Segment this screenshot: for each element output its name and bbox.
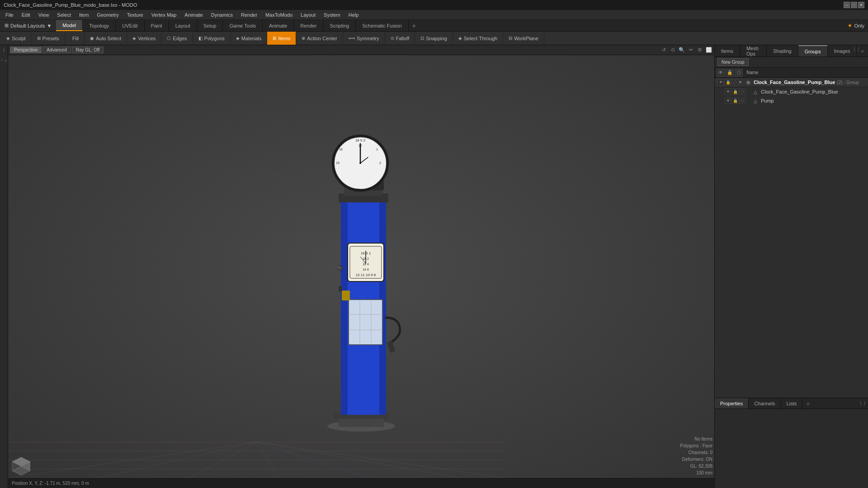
tree-item-child1[interactable]: 👁 🔒 ⬡ △ Clock_Face_Gasoline_Pump_Blue (715, 87, 868, 96)
viewport-status: No Items Polygons : Face Channels: 0 Def… (10, 436, 712, 476)
menu-item-maxtomodo[interactable]: MaxToModo (262, 11, 296, 19)
menu-item-dynamics[interactable]: Dynamics (208, 11, 236, 19)
layout-selector[interactable]: ⊞ Default Layouts ▼ (0, 20, 56, 31)
mode-tab-game-tools[interactable]: Game Tools (223, 20, 263, 31)
vis-eye-root[interactable]: 👁 (717, 79, 724, 85)
advanced-button[interactable]: Advanced (42, 47, 71, 53)
tool-tab-auto-select[interactable]: ◉Auto Select (85, 32, 127, 45)
menu-item-vertex-map[interactable]: Vertex Map (148, 11, 180, 19)
menu-item-edit[interactable]: Edit (18, 11, 34, 19)
menu-item-texture[interactable]: Texture (123, 11, 147, 19)
menu-item-select[interactable]: Select (53, 11, 75, 19)
tool-tab-sculpt[interactable]: ◈Sculpt (1, 32, 32, 45)
vis-render-root[interactable]: ⬡ (732, 79, 738, 85)
vis-render-child2[interactable]: ⬡ (739, 98, 745, 104)
tree-item-root[interactable]: 👁 🔒 ⬡ ▼ ⊞ Clock_Face_Gasoline_Pump_Blue … (715, 78, 868, 87)
bottom-expand-left[interactable]: ⟨ (860, 400, 862, 406)
right-tabs-list: ItemsMesh OpsShadingGroupsImages (715, 45, 857, 56)
vp-icon-expand[interactable]: ⬜ (705, 47, 712, 54)
tool-tab-polygons[interactable]: ◧Polygons (193, 32, 231, 45)
bottom-tabs-list: PropertiesChannelsLists (715, 398, 802, 408)
vis-eye-child1[interactable]: 👁 (725, 89, 731, 95)
items-label: Items (278, 36, 290, 41)
mode-tab-layout[interactable]: Layout (169, 20, 197, 31)
tool-tab-select-through[interactable]: ◈Select Through (453, 32, 503, 45)
bottom-expand-right[interactable]: ⟩ (863, 400, 865, 406)
right-tab-groups[interactable]: Groups (798, 45, 828, 56)
tree-expand-root[interactable]: ▼ (738, 80, 745, 84)
mode-tab-uvedit[interactable]: UVEdit (116, 20, 144, 31)
tool-tab-workplane[interactable]: ⊟WorkPlane (503, 32, 544, 45)
vis-eye-child2[interactable]: 👁 (725, 98, 731, 104)
menu-item-layout[interactable]: Layout (297, 11, 319, 19)
viewport-container: Perspective Advanced Ray GL: Off ↺ ⊙ 🔍 ✏… (8, 45, 714, 488)
tool-tab-symmetry[interactable]: ⟺Symmetry (343, 32, 385, 45)
bottom-panel-add-tab[interactable]: + (802, 398, 813, 408)
menu-item-file[interactable]: File (2, 11, 17, 19)
menu-item-system[interactable]: System (320, 11, 344, 19)
mode-tab-schematic-fusion[interactable]: Schematic Fusion (356, 20, 408, 31)
raygl-button[interactable]: Ray GL: Off (72, 47, 104, 53)
tool-tab-falloff[interactable]: ⊙Falloff (385, 32, 415, 45)
render-icon[interactable]: ⬡ (735, 69, 743, 77)
sidebar-icon-1[interactable]: ⟩ (1, 47, 7, 53)
vp-icon-refresh[interactable]: ↺ (660, 47, 667, 54)
right-tab-shading[interactable]: Shading (767, 45, 798, 56)
menu-item-help[interactable]: Help (345, 11, 363, 19)
tool-tab-snapping[interactable]: ⊡Snapping (415, 32, 453, 45)
layout-selector-arrow: ▼ (47, 23, 52, 28)
tool-tab-vertices[interactable]: ◈Vertices (127, 32, 161, 45)
menu-item-render[interactable]: Render (237, 11, 261, 19)
mode-tab-paint[interactable]: Paint (145, 20, 169, 31)
mode-tab-topology[interactable]: Topology (83, 20, 116, 31)
titlebar: Clock_Face_Gasoline_Pump_Blue_modo_base.… (0, 0, 868, 10)
auto select-label: Auto Select (96, 36, 121, 41)
lock-icon[interactable]: 🔒 (726, 69, 734, 77)
sidebar-icon-2[interactable]: Sculpt (1, 58, 7, 64)
mode-tab-model[interactable]: Model (56, 20, 83, 31)
tool-tab-presets[interactable]: ⊞Presets (32, 32, 65, 45)
tool-tab-action-center[interactable]: ⊕Action Center (296, 32, 343, 45)
mode-tab-render[interactable]: Render (294, 20, 323, 31)
tree-item-child2[interactable]: 👁 🔒 ⬡ △ Pump (715, 96, 868, 105)
bottom-tab-channels[interactable]: Channels (749, 398, 781, 408)
menu-item-view[interactable]: View (35, 11, 53, 19)
perspective-button[interactable]: Perspective (10, 47, 42, 53)
vp-icon-target[interactable]: ⊙ (669, 47, 676, 54)
vis-lock-root[interactable]: 🔒 (725, 79, 731, 85)
mesh-icon-child1: △ (752, 88, 759, 95)
eye-icon[interactable]: 👁 (717, 69, 725, 77)
vis-lock-child2[interactable]: 🔒 (732, 98, 738, 104)
close-button[interactable]: ✕ (858, 2, 864, 8)
mode-tab-setup[interactable]: Setup (197, 20, 223, 31)
tool-tab-fill[interactable]: Fill (65, 32, 85, 45)
menu-item-geometry[interactable]: Geometry (93, 11, 122, 19)
menu-item-item[interactable]: Item (75, 11, 92, 19)
new-group-button[interactable]: New Group (717, 58, 749, 66)
right-tab-items[interactable]: Items (715, 45, 740, 56)
mode-tab-scripting[interactable]: Scripting (323, 20, 356, 31)
workplane-label: WorkPlane (514, 36, 538, 41)
bottom-tab-lists[interactable]: Lists (781, 398, 803, 408)
tool-tab-edges[interactable]: ⬡Edges (161, 32, 193, 45)
vis-render-child1[interactable]: ⬡ (739, 89, 745, 95)
expand-icon-right[interactable]: ⟩ (857, 47, 859, 52)
bottom-tab-properties[interactable]: Properties (715, 398, 749, 408)
maximize-button[interactable]: □ (851, 2, 857, 8)
vp-icon-settings[interactable]: ⚙ (696, 47, 703, 54)
vp-icon-edit[interactable]: ✏ (687, 47, 694, 54)
tool-tab-materials[interactable]: ◈Materials (231, 32, 268, 45)
vis-lock-child1[interactable]: 🔒 (732, 89, 738, 95)
viewport-3d[interactable]: 18 0 2 17 1 16 2 15 19 0 1 18 2 (8, 55, 714, 478)
vp-icon-search[interactable]: 🔍 (678, 47, 685, 54)
stat-gl: GL: 62,308 (680, 463, 712, 469)
right-tab-images[interactable]: Images (828, 45, 857, 56)
mode-tab-add[interactable]: + (409, 20, 420, 31)
tool-tab-items[interactable]: ⊞Items (267, 32, 296, 45)
minimize-button[interactable]: ─ (844, 2, 850, 8)
mode-tab-animate[interactable]: Animate (263, 20, 294, 31)
expand-icon-left[interactable]: ⟨ (854, 47, 855, 52)
svg-text:16: 16 (339, 148, 343, 151)
menu-item-animate[interactable]: Animate (181, 11, 206, 19)
right-tab-mesh-ops[interactable]: Mesh Ops (740, 45, 767, 56)
